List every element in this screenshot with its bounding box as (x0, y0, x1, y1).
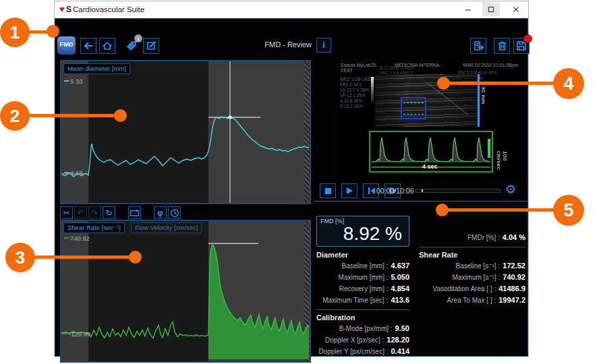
callout-1-dot (47, 25, 59, 38)
ultrasound-vendor: Esaote MyLab25 (341, 63, 376, 67)
velocity-scale-label: 100 cm/sec (496, 151, 508, 181)
fmd-logo-dots: ··· (64, 48, 69, 50)
tgc-gradient-bar (371, 77, 374, 102)
result-row: Vasodilation Area [ ] :41486.9 (419, 283, 525, 295)
playback-position-marker[interactable] (422, 189, 423, 192)
calibration-section-header: Calibration (316, 313, 409, 323)
shear-section-header: Shear Rate (419, 250, 525, 260)
stop-button[interactable] (320, 183, 336, 198)
scissors-icon: ✂ (63, 208, 69, 218)
result-row: Recovery [mm] :4.854 (316, 283, 409, 295)
divider (316, 309, 409, 310)
shear-ymin-label: -129.99 (63, 330, 90, 338)
settings-button[interactable]: ⚙ (503, 182, 518, 197)
tab-flow-velocity[interactable]: Flow Velocity [cm/sec] (131, 222, 202, 233)
loop-region-button[interactable] (128, 206, 141, 219)
screenshot-canvas: ♥ S Cardiovascular Suite FMD ··· (0, 0, 601, 364)
callout-4: 4 (553, 68, 584, 99)
back-arrow-icon (83, 40, 94, 51)
shear-ymin-tick (63, 333, 67, 334)
edit-button[interactable] (143, 38, 159, 54)
maximize-icon (488, 6, 494, 13)
trash-icon (497, 40, 507, 51)
mean-diameter-chart-panel[interactable]: Mean diameter [mm] 5.33 4.68 (60, 60, 311, 204)
result-row: Baseline [mm] :4.637 (316, 260, 409, 272)
mean-diameter-plot[interactable]: Mean diameter [mm] 5.33 4.68 (61, 61, 310, 203)
sweep-time-label: 4 sec (422, 163, 438, 170)
diameter-ymin-label: 4.68 (64, 169, 83, 177)
phi-marker-button[interactable]: φ (154, 206, 167, 219)
delete-button[interactable] (494, 38, 510, 54)
divider (419, 247, 525, 247)
export-document-icon (473, 40, 484, 51)
near-wall-track-line (403, 102, 424, 103)
phi-icon: φ (157, 208, 163, 218)
diameter-ymax-label: 5.33 (64, 78, 83, 85)
right-panel-divider (314, 201, 527, 202)
clock-icon (170, 208, 179, 218)
gear-icon: ⚙ (505, 183, 516, 196)
playback-progress-bar[interactable] (416, 189, 500, 193)
shear-ymax-label: 740.92 (64, 235, 90, 242)
bmode-roi-box[interactable] (401, 97, 426, 119)
edit-pencil-icon (146, 40, 156, 51)
result-row: Maximum [mm] :5.050 (316, 272, 409, 283)
tag-button[interactable]: 1 (123, 38, 140, 54)
play-button[interactable] (341, 183, 357, 198)
save-button[interactable] (513, 38, 530, 54)
shear-results-column: FMDr [%] : 4.04 % Shear Rate Baseline [s… (419, 232, 525, 306)
result-row: Doppler Y [px/cm/sec] :0.414 (316, 346, 409, 357)
callout-4-dot (437, 77, 450, 90)
home-button[interactable] (99, 38, 115, 54)
back-button[interactable] (80, 38, 96, 54)
result-row: B-Mode [px/mm] :9.50 (316, 323, 409, 334)
undo-icon: ↶ (77, 208, 84, 218)
minimize-button[interactable] (459, 2, 477, 16)
app-content: FMD ··· 1 FMD - Review i (55, 18, 528, 357)
reset-button[interactable]: ↻ (103, 206, 115, 219)
app-heart-logo-icon: ♥ (59, 4, 65, 14)
tag-count-badge: 1 (134, 34, 142, 42)
ultrasound-frame: Esaote MyLab25 TEST MEDICINA INTERNA MAR… (338, 61, 521, 181)
shear-ymax-tick (64, 237, 69, 239)
undo-button[interactable]: ↶ (74, 206, 87, 219)
redo-button[interactable]: ↷ (88, 206, 101, 219)
export-button[interactable] (470, 38, 486, 54)
result-row: Maximum Time [sec] :413.6 (316, 295, 409, 306)
cut-button[interactable]: ✂ (60, 206, 73, 219)
redo-icon: ↷ (91, 208, 98, 218)
home-icon (102, 40, 113, 51)
diameter-section-header: Diameter (316, 250, 409, 260)
shear-rate-chart-panel[interactable]: Shear Rate [sec⁻¹] Flow Velocity [cm/sec… (60, 220, 311, 363)
result-row: Area To Max [ ] :19947.2 (419, 295, 525, 306)
far-wall-track-line (403, 114, 424, 115)
callout-2: 2 (0, 101, 30, 131)
ultrasound-datetime: MAR 02 2010 01:01:08pm (463, 63, 518, 67)
callout-3-line (20, 255, 135, 259)
close-icon (513, 6, 519, 13)
diameter-chart-title: Mean diameter [mm] (63, 63, 130, 74)
tab-shear-rate[interactable]: Shear Rate [sec⁻¹] (63, 222, 125, 233)
callout-2-dot (114, 109, 127, 122)
fmdr-row: FMDr [%] : 4.04 % (419, 232, 525, 243)
fmd-app-logo-button[interactable]: FMD ··· (57, 36, 76, 55)
shear-curve-svg (61, 221, 310, 361)
ultrasound-params-left: MED 3 DB LA523FR1 0.34 s Vp 23.7 V 26%VF… (340, 77, 374, 109)
step-back-icon (367, 187, 376, 195)
callout-5: 5 (553, 195, 584, 226)
diameter-results-column: Diameter Baseline [mm] :4.637 Maximum [m… (316, 250, 409, 357)
window-title: Cardiovascular Suite (73, 5, 144, 13)
info-button[interactable]: i (316, 38, 331, 53)
callout-4-line (443, 82, 569, 85)
close-button[interactable] (507, 2, 525, 16)
shear-rate-plot[interactable]: Shear Rate [sec⁻¹] Flow Velocity [cm/sec… (61, 221, 310, 361)
maximize-button[interactable] (482, 2, 500, 16)
info-icon: i (322, 40, 325, 51)
save-alert-badge (523, 34, 532, 43)
time-marker-button[interactable] (168, 206, 181, 219)
callout-1: 1 (0, 18, 30, 47)
minimize-icon (465, 6, 471, 13)
playback-time: 00:00/10:06 (376, 187, 413, 195)
callout-3: 3 (5, 243, 35, 272)
play-icon (345, 187, 353, 195)
